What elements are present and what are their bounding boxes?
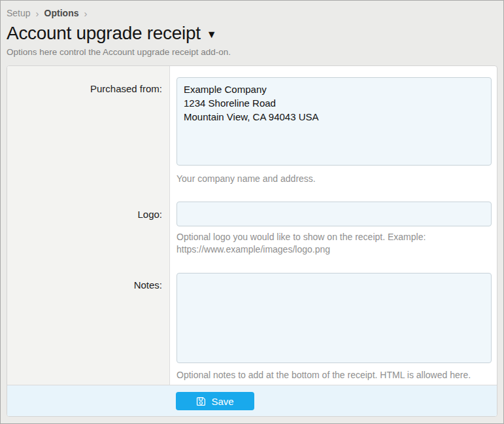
save-button-label: Save — [211, 396, 233, 407]
logo-help: Optional logo you would like to show on … — [176, 231, 492, 256]
page-title-text: Account upgrade receipt — [7, 23, 201, 44]
logo-label: Logo: — [7, 202, 170, 273]
page-subtitle: Options here control the Account upgrade… — [7, 47, 497, 58]
floppy-disk-icon — [196, 397, 206, 406]
notes-textarea[interactable] — [176, 273, 492, 363]
purchased-from-textarea[interactable]: Example Company 1234 Shoreline Road Moun… — [176, 77, 492, 166]
notes-field: Optional notes to add at the bottom of t… — [170, 273, 497, 385]
options-form: Purchased from: Example Company 1234 Sho… — [7, 66, 497, 385]
purchased-from-help: Your company name and address. — [176, 173, 492, 185]
options-panel: Purchased from: Example Company 1234 Sho… — [7, 65, 497, 417]
breadcrumb-options[interactable]: Options — [44, 8, 79, 18]
form-row-notes: Notes: Optional notes to add at the bott… — [7, 273, 497, 385]
logo-input[interactable] — [176, 202, 492, 226]
purchased-from-field: Example Company 1234 Shoreline Road Moun… — [170, 66, 497, 202]
page-header: Setup › Options › Account upgrade receip… — [1, 1, 503, 58]
chevron-down-icon[interactable]: ▼ — [207, 27, 217, 41]
breadcrumb: Setup › Options › — [7, 8, 497, 18]
chevron-right-icon: › — [36, 9, 39, 18]
form-row-purchased-from: Purchased from: Example Company 1234 Sho… — [7, 66, 497, 202]
save-button[interactable]: Save — [176, 392, 254, 410]
breadcrumb-setup[interactable]: Setup — [7, 8, 31, 18]
form-row-logo: Logo: Optional logo you would like to sh… — [7, 202, 497, 273]
chevron-right-icon: › — [84, 9, 87, 18]
notes-label: Notes: — [7, 273, 170, 385]
purchased-from-label: Purchased from: — [7, 66, 170, 202]
page-title: Account upgrade receipt ▼ — [7, 23, 497, 44]
form-footer: Save — [7, 385, 497, 416]
notes-help: Optional notes to add at the bottom of t… — [176, 369, 492, 381]
logo-field: Optional logo you would like to show on … — [170, 202, 497, 273]
